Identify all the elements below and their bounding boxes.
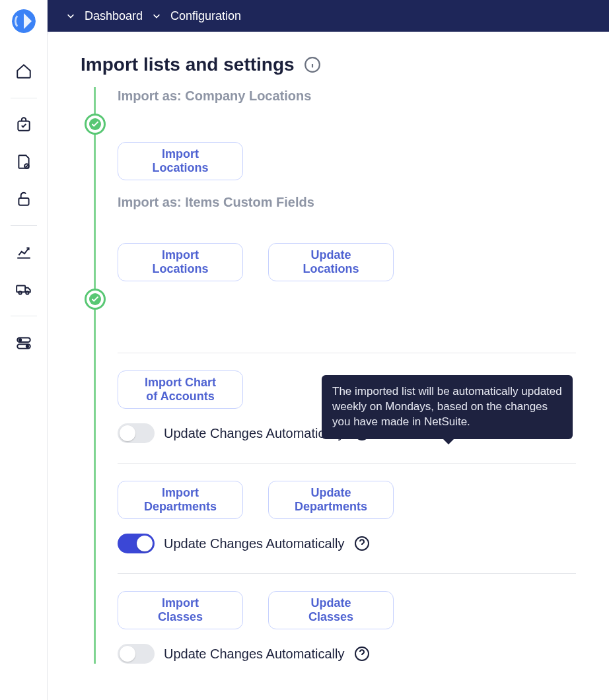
timeline-step-check-icon [85,114,106,135]
sidebar [0,0,48,700]
home-icon[interactable] [15,63,32,80]
import-departments-button[interactable]: Import Departments [118,481,243,519]
import-locations-button[interactable]: Import Locations [118,142,243,180]
toggle-label: Update Changes Automatically [164,426,345,441]
divider [118,573,576,574]
app-logo[interactable] [12,9,36,33]
main-content: Import lists and settings Import as: Com… [48,32,609,700]
auto-update-toggle-classes[interactable] [118,644,155,664]
bag-check-icon[interactable] [15,116,32,133]
lock-open-icon[interactable] [15,190,32,207]
help-icon[interactable] [354,646,370,662]
section-label-items-custom-fields: Import as: Items Custom Fields [118,195,576,210]
help-icon[interactable] [354,536,370,551]
topbar: Dashboard Configuration [48,0,609,32]
svg-rect-3 [18,198,28,205]
auto-update-tooltip: The imported list will be automatically … [322,375,573,439]
timeline-step-check-icon [85,289,106,310]
info-icon[interactable] [304,56,321,73]
update-locations-button[interactable]: Update Locations [268,243,394,281]
svg-point-8 [18,339,20,341]
breadcrumb-dashboard[interactable]: Dashboard [85,9,143,23]
toggle-label: Update Changes Automatically [164,647,345,662]
auto-update-toggle-accounts[interactable] [118,423,155,443]
svg-point-10 [26,345,28,347]
auto-update-toggle-departments[interactable] [118,534,155,553]
divider [118,353,576,353]
update-classes-button[interactable]: Update Classes [268,591,394,629]
timeline-line [94,87,96,664]
toggle-label: Update Changes Automatically [164,536,345,551]
import-classes-button[interactable]: Import Classes [118,591,243,629]
chevron-down-icon[interactable] [66,11,75,20]
import-locations-button[interactable]: Import Locations [118,243,243,281]
breadcrumb-configuration[interactable]: Configuration [170,9,241,23]
chevron-down-icon[interactable] [152,11,161,20]
svg-point-5 [18,291,21,294]
page-title: Import lists and settings [81,54,295,75]
truck-icon[interactable] [15,281,32,298]
divider [118,463,576,464]
svg-point-6 [26,291,28,294]
chart-line-icon[interactable] [15,244,32,261]
section-label-company-locations: Import as: Company Locations [118,87,576,104]
import-chart-of-accounts-button[interactable]: Import Chart of Accounts [118,370,243,409]
update-departments-button[interactable]: Update Departments [268,481,394,519]
document-check-icon[interactable] [15,153,32,170]
toggles-icon[interactable] [15,334,32,351]
